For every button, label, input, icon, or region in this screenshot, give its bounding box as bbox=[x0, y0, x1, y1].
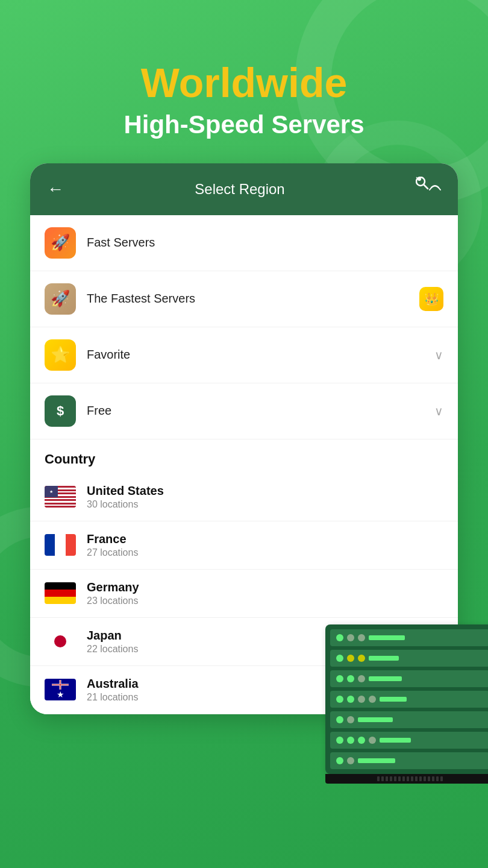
country-item-fr[interactable]: France 27 locations bbox=[30, 521, 458, 570]
fr-info: France 27 locations bbox=[87, 532, 443, 558]
rack-dot bbox=[358, 655, 365, 662]
rack-dot bbox=[347, 655, 354, 662]
rack-dot bbox=[336, 655, 343, 662]
hero-subtitle: High-Speed Servers bbox=[0, 110, 488, 139]
flag-de bbox=[45, 582, 76, 604]
rack-dot bbox=[336, 634, 343, 641]
us-locations: 30 locations bbox=[87, 499, 443, 510]
flag-au: ★ bbox=[45, 679, 76, 700]
fastest-servers-label: The Fastest Servers bbox=[87, 292, 419, 306]
fastest-servers-icon: 🚀 bbox=[45, 283, 76, 315]
fr-locations: 27 locations bbox=[87, 547, 443, 558]
rack-dot bbox=[358, 675, 365, 682]
fast-servers-label: Fast Servers bbox=[87, 236, 443, 250]
fr-name: France bbox=[87, 532, 443, 546]
favorite-label: Favorite bbox=[87, 348, 434, 362]
us-info: United States 30 locations bbox=[87, 484, 443, 510]
de-locations: 23 locations bbox=[87, 596, 443, 606]
hero-section: Worldwide High-Speed Servers bbox=[0, 0, 488, 139]
japan-circle bbox=[54, 635, 66, 647]
de-name: Germany bbox=[87, 580, 443, 594]
rack-dot bbox=[347, 716, 354, 723]
rack-dot bbox=[358, 696, 365, 703]
menu-list: 🚀 Fast Servers 🚀 The Fastest Servers 👑 ⭐… bbox=[30, 215, 458, 439]
us-name: United States bbox=[87, 484, 443, 498]
rack-dot bbox=[347, 737, 354, 744]
rack-dot bbox=[358, 634, 365, 641]
de-info: Germany 23 locations bbox=[87, 580, 443, 606]
fast-servers-icon: 🚀 bbox=[45, 227, 76, 259]
free-label: Free bbox=[87, 404, 434, 418]
menu-item-fastest-servers[interactable]: 🚀 The Fastest Servers 👑 bbox=[30, 271, 458, 327]
crown-icon: 👑 bbox=[419, 287, 443, 311]
back-button[interactable]: ← bbox=[47, 180, 64, 199]
rack-dot bbox=[336, 716, 343, 723]
menu-item-favorite[interactable]: ⭐ Favorite ∨ bbox=[30, 327, 458, 383]
country-item-de[interactable]: Germany 23 locations bbox=[30, 570, 458, 618]
server-rack-illustration bbox=[325, 624, 488, 784]
rack-dot bbox=[336, 675, 343, 682]
rack-dot bbox=[347, 696, 354, 703]
rack-dot bbox=[347, 634, 354, 641]
flag-jp bbox=[45, 631, 76, 652]
menu-item-fast-servers[interactable]: 🚀 Fast Servers bbox=[30, 215, 458, 271]
rack-dot bbox=[347, 757, 354, 764]
section-country-label: Country bbox=[30, 439, 458, 473]
wifi-search-icon[interactable] bbox=[416, 177, 441, 202]
svg-line-1 bbox=[424, 184, 428, 189]
menu-item-free[interactable]: $ Free ∨ bbox=[30, 383, 458, 439]
rack-dot bbox=[336, 696, 343, 703]
card-header: ← Select Region bbox=[30, 163, 458, 215]
rack-dot bbox=[369, 696, 376, 703]
rack-dot bbox=[369, 737, 376, 744]
back-arrow-icon: ← bbox=[47, 180, 64, 199]
free-icon: $ bbox=[45, 395, 76, 427]
rack-dot bbox=[336, 757, 343, 764]
chevron-down-icon: ∨ bbox=[434, 348, 443, 362]
favorite-icon: ⭐ bbox=[45, 339, 76, 371]
flag-fr bbox=[45, 534, 76, 556]
country-item-us[interactable]: ★ United States 30 locations bbox=[30, 473, 458, 521]
hero-title: Worldwide bbox=[0, 60, 488, 105]
flag-us: ★ bbox=[45, 486, 76, 508]
rack-dot bbox=[336, 737, 343, 744]
header-title: Select Region bbox=[195, 181, 284, 198]
rack-dot bbox=[358, 737, 365, 744]
rack-dot bbox=[347, 675, 354, 682]
chevron-down-icon: ∨ bbox=[434, 404, 443, 418]
